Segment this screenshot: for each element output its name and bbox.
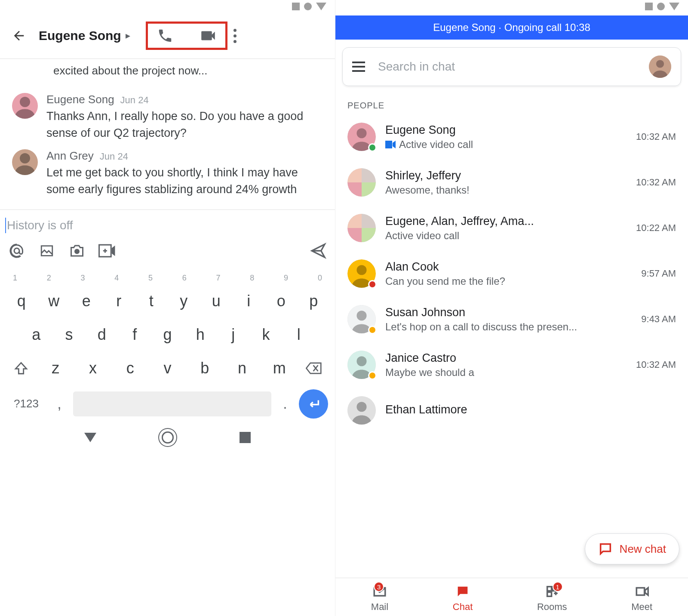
key-t[interactable]: t — [135, 286, 168, 316]
spacebar-key[interactable] — [73, 391, 271, 416]
key-6[interactable]: 6 — [175, 274, 194, 283]
more-options-button[interactable] — [233, 29, 236, 43]
avatar — [347, 305, 376, 333]
menu-button[interactable] — [352, 62, 365, 72]
camera-button[interactable] — [68, 242, 86, 260]
compose-area: History is off — [0, 209, 335, 266]
nav-meet[interactable]: Meet — [631, 584, 652, 613]
people-item[interactable]: Eugene, Alan, Jeffrey, Ama...Active vide… — [340, 205, 684, 251]
key-o[interactable]: o — [265, 286, 298, 316]
key-l[interactable]: l — [283, 320, 315, 350]
chat-header: Eugene Song ▸ — [0, 0, 335, 59]
meet-icon — [634, 584, 650, 599]
video-icon — [385, 141, 396, 148]
nav-mail[interactable]: 3Mail — [371, 584, 388, 613]
key-z[interactable]: z — [37, 353, 74, 383]
send-icon — [310, 242, 327, 259]
video-call-button[interactable] — [199, 26, 218, 45]
svg-point-1 — [20, 153, 30, 163]
key-n[interactable]: n — [224, 353, 261, 383]
key-i[interactable]: i — [233, 286, 265, 316]
key-f[interactable]: f — [118, 320, 151, 350]
chat-list-pane: Eugene Song · Ongoing call 10:38 Search … — [335, 0, 688, 616]
key-2[interactable]: 2 — [39, 274, 59, 283]
voice-call-button[interactable] — [156, 26, 175, 45]
people-item[interactable]: Ethan Lattimore — [340, 388, 684, 433]
key-m[interactable]: m — [261, 353, 298, 383]
people-item[interactable]: Alan CookCan you send me the file? 9:57 … — [340, 251, 684, 296]
key-d[interactable]: d — [86, 320, 118, 350]
key-4[interactable]: 4 — [107, 274, 126, 283]
nav-chat[interactable]: Chat — [453, 584, 473, 613]
people-item[interactable]: Janice CastroMaybe we should a 10:32 AM — [340, 342, 684, 388]
person-preview: Active video call — [385, 230, 623, 242]
send-button[interactable] — [309, 242, 327, 260]
person-preview: Maybe we should a — [385, 367, 623, 379]
key-g[interactable]: g — [151, 320, 184, 350]
key-j[interactable]: j — [217, 320, 249, 350]
key-9[interactable]: 9 — [276, 274, 296, 283]
key-x[interactable]: x — [74, 353, 112, 383]
key-v[interactable]: v — [149, 353, 186, 383]
key-s[interactable]: s — [52, 320, 85, 350]
key-b[interactable]: b — [186, 353, 224, 383]
status-triangle-icon — [669, 3, 679, 10]
back-arrow-button[interactable] — [10, 27, 28, 44]
nav-home-icon[interactable] — [162, 431, 174, 444]
key-q[interactable]: q — [5, 286, 38, 316]
enter-key[interactable] — [299, 389, 328, 419]
people-item[interactable]: Eugene SongActive video call 10:32 AM — [340, 114, 684, 160]
key-k[interactable]: k — [249, 320, 282, 350]
key-p[interactable]: p — [298, 286, 330, 316]
profile-avatar[interactable] — [649, 55, 671, 78]
backspace-key[interactable] — [298, 353, 330, 383]
comma-key[interactable]: , — [51, 395, 68, 412]
people-item[interactable]: Susan JohnsonLet's hop on a call to disc… — [340, 296, 684, 342]
nav-recents-icon[interactable] — [240, 432, 251, 443]
search-bar[interactable]: Search in chat — [342, 47, 681, 86]
shift-key[interactable] — [5, 353, 37, 383]
person-name: Eugene, Alan, Jeffrey, Ama... — [385, 215, 623, 228]
key-h[interactable]: h — [184, 320, 217, 350]
people-list[interactable]: Eugene SongActive video call 10:32 AM Sh… — [335, 114, 688, 433]
mention-button[interactable] — [8, 242, 26, 260]
key-w[interactable]: w — [38, 286, 71, 316]
keyboard-switch-key[interactable]: ?123 — [7, 397, 46, 410]
key-8[interactable]: 8 — [242, 274, 262, 283]
key-a[interactable]: a — [20, 320, 52, 350]
truncated-previous-message: excited about the project now... — [12, 64, 323, 85]
key-3[interactable]: 3 — [73, 274, 93, 283]
ongoing-call-banner[interactable]: Eugene Song · Ongoing call 10:38 — [335, 15, 688, 40]
avatar — [347, 123, 376, 151]
status-badge — [368, 143, 377, 152]
nav-label: Meet — [631, 601, 652, 613]
chat-body[interactable]: excited about the project now... Eugene … — [0, 59, 335, 209]
key-u[interactable]: u — [200, 286, 233, 316]
key-r[interactable]: r — [103, 286, 135, 316]
timestamp: 9:43 AM — [641, 314, 676, 325]
video-icon — [199, 27, 217, 45]
nav-back-icon[interactable] — [84, 433, 96, 442]
message: Eugene SongJun 24Thanks Ann, I really ho… — [12, 93, 323, 142]
key-0[interactable]: 0 — [310, 274, 330, 283]
message-date: Jun 24 — [100, 151, 128, 162]
key-7[interactable]: 7 — [209, 274, 228, 283]
new-chat-fab[interactable]: New chat — [585, 533, 679, 564]
key-5[interactable]: 5 — [141, 274, 160, 283]
image-button[interactable] — [38, 242, 56, 260]
key-e[interactable]: e — [70, 286, 103, 316]
contact-name[interactable]: Eugene Song — [39, 28, 121, 43]
search-input[interactable]: Search in chat — [378, 60, 636, 74]
chat-icon — [598, 542, 613, 556]
key-1[interactable]: 1 — [5, 274, 25, 283]
nav-label: Mail — [371, 601, 388, 613]
video-attach-button[interactable] — [98, 242, 116, 260]
period-key[interactable]: . — [276, 395, 294, 412]
compose-input[interactable]: History is off — [5, 218, 330, 233]
key-c[interactable]: c — [111, 353, 149, 383]
status-badge — [368, 371, 377, 380]
key-y[interactable]: y — [168, 286, 200, 316]
people-item[interactable]: Shirley, JefferyAwesome, thanks! 10:32 A… — [340, 160, 684, 205]
nav-rooms[interactable]: 1Rooms — [537, 584, 567, 613]
phone-icon — [157, 28, 173, 44]
